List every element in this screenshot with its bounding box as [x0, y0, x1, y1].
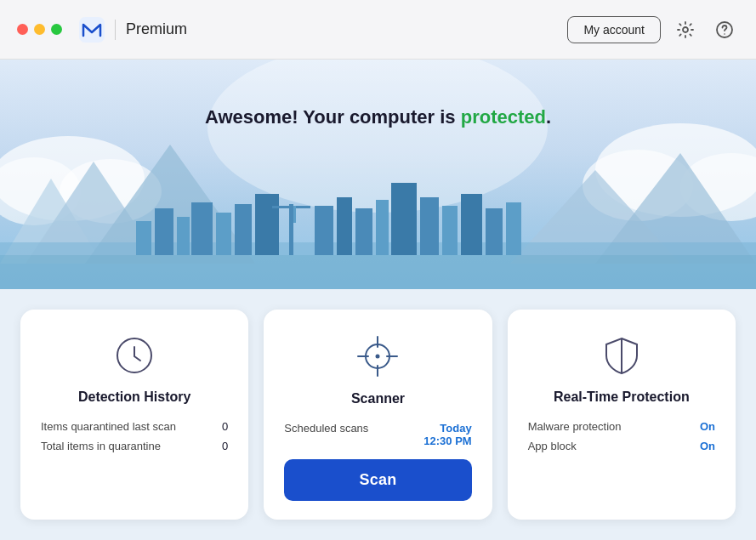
svg-rect-20	[191, 202, 213, 255]
svg-rect-28	[337, 197, 352, 255]
logo-divider	[115, 20, 116, 40]
titlebar-right: My account	[567, 15, 739, 44]
detection-value-1: 0	[222, 420, 228, 433]
hero-headline: Awesome! Your computer is protected.	[0, 60, 756, 128]
svg-rect-34	[461, 194, 482, 255]
my-account-button[interactable]: My account	[567, 16, 661, 43]
svg-rect-36	[506, 202, 521, 255]
detection-row-1: Items quarantined last scan 0	[41, 420, 228, 433]
scheduled-label: Scheduled scans	[284, 422, 368, 435]
svg-point-1	[683, 27, 688, 32]
shield-icon	[600, 333, 644, 378]
scanner-card: Scanner Scheduled scans Today 12:30 PM S…	[264, 310, 492, 520]
headline-status: protected	[461, 106, 546, 128]
detection-icon-wrap	[41, 333, 228, 378]
scanner-scheduled-row: Scheduled scans Today 12:30 PM	[284, 422, 471, 447]
appblock-label: App block	[528, 440, 577, 452]
app-title: Premium	[126, 20, 187, 38]
svg-point-3	[724, 33, 725, 35]
svg-rect-32	[420, 197, 439, 255]
svg-rect-19	[177, 217, 190, 255]
svg-rect-18	[155, 208, 173, 255]
realtime-icon-wrap	[528, 333, 715, 378]
svg-rect-31	[391, 183, 417, 255]
svg-rect-24	[289, 204, 293, 255]
clock-icon	[112, 333, 156, 378]
headline-start: Awesome! Your computer is	[205, 106, 461, 128]
settings-button[interactable]	[671, 15, 700, 44]
detection-history-card: Detection History Items quarantined last…	[20, 310, 248, 520]
malware-value: On	[700, 420, 715, 433]
svg-rect-22	[235, 204, 252, 255]
hero-section: Awesome! Your computer is protected.	[0, 60, 756, 289]
detection-label-1: Items quarantined last scan	[41, 420, 176, 433]
question-icon	[715, 20, 734, 39]
realtime-card: Real-Time Protection Malware protection …	[508, 310, 736, 520]
app-logo	[79, 17, 105, 43]
maximize-button[interactable]	[51, 24, 62, 35]
svg-rect-37	[0, 255, 756, 289]
svg-rect-27	[315, 206, 333, 255]
gear-icon	[676, 20, 695, 39]
svg-rect-30	[376, 200, 389, 255]
svg-rect-21	[216, 213, 231, 255]
scanner-icon-wrap	[284, 333, 471, 379]
traffic-lights	[17, 24, 62, 35]
detection-title: Detection History	[41, 389, 228, 405]
headline-end: .	[546, 106, 551, 128]
minimize-button[interactable]	[34, 24, 45, 35]
svg-rect-33	[442, 206, 458, 255]
svg-rect-29	[355, 208, 372, 255]
realtime-row-1: Malware protection On	[528, 420, 715, 433]
scheduled-value: Today	[423, 422, 471, 435]
scan-button[interactable]: Scan	[284, 459, 471, 501]
scanner-target-icon	[355, 333, 401, 379]
help-button[interactable]	[710, 15, 739, 44]
svg-rect-25	[272, 206, 310, 208]
appblock-value: On	[700, 440, 715, 452]
scheduled-time: 12:30 PM	[423, 435, 471, 447]
svg-rect-26	[293, 206, 296, 223]
cards-section: Detection History Items quarantined last…	[0, 289, 756, 540]
realtime-row-2: App block On	[528, 440, 715, 452]
realtime-title: Real-Time Protection	[528, 389, 715, 405]
svg-rect-35	[486, 208, 503, 255]
svg-rect-17	[136, 221, 151, 255]
detection-row-2: Total items in quarantine 0	[41, 440, 228, 452]
svg-point-44	[376, 355, 380, 359]
detection-value-2: 0	[222, 440, 228, 452]
svg-rect-23	[255, 194, 279, 255]
detection-label-2: Total items in quarantine	[41, 440, 161, 452]
scanner-title: Scanner	[284, 391, 471, 406]
titlebar: Premium My account	[0, 0, 756, 60]
close-button[interactable]	[17, 24, 28, 35]
titlebar-left: Premium	[17, 17, 187, 43]
malware-label: Malware protection	[528, 420, 622, 433]
